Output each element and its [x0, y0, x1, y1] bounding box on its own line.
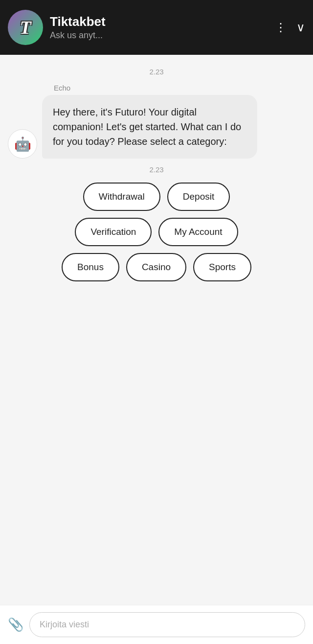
button-row-1: Withdrawal Deposit	[8, 183, 305, 211]
verification-button[interactable]: Verification	[75, 218, 152, 246]
timestamp-top: 2.23	[0, 68, 313, 76]
bot-message-row: 🤖 Hey there, it's Futuro! Your digital c…	[0, 95, 313, 159]
chevron-down-icon[interactable]: ∨	[296, 21, 305, 34]
bot-message-bubble: Hey there, it's Futuro! Your digital com…	[42, 95, 257, 159]
header-subtitle: Ask us anyt...	[50, 30, 268, 41]
bonus-button[interactable]: Bonus	[62, 253, 119, 281]
bot-avatar-emoji: 🤖	[14, 136, 31, 152]
logo-letter: T	[20, 17, 31, 38]
button-row-3: Bonus Casino Sports	[8, 253, 305, 281]
category-buttons-container: Withdrawal Deposit Verification My Accou…	[0, 183, 313, 281]
withdrawal-button[interactable]: Withdrawal	[83, 183, 160, 211]
bot-message-text: Hey there, it's Futuro! Your digital com…	[53, 107, 241, 147]
deposit-button[interactable]: Deposit	[167, 183, 230, 211]
more-options-icon[interactable]: ⋮	[275, 21, 287, 34]
sports-button[interactable]: Sports	[193, 253, 251, 281]
brand-logo: T	[8, 10, 43, 45]
casino-button[interactable]: Casino	[126, 253, 186, 281]
sender-name: Echo	[54, 84, 313, 92]
my-account-button[interactable]: My Account	[158, 218, 238, 246]
button-row-2: Verification My Account	[8, 218, 305, 246]
chat-header: T Tiktakbet Ask us anyt... ⋮ ∨	[0, 0, 313, 55]
chat-area: 2.23 Echo 🤖 Hey there, it's Futuro! Your…	[0, 55, 313, 605]
attachment-icon[interactable]: 📎	[8, 617, 23, 632]
message-input-area: 📎	[0, 605, 313, 644]
header-text-block: Tiktakbet Ask us anyt...	[50, 14, 268, 41]
header-actions: ⋮ ∨	[275, 21, 305, 34]
message-input[interactable]	[29, 612, 305, 637]
timestamp-bubble: 2.23	[0, 165, 313, 174]
bot-avatar: 🤖	[8, 129, 37, 159]
brand-name: Tiktakbet	[50, 14, 268, 29]
